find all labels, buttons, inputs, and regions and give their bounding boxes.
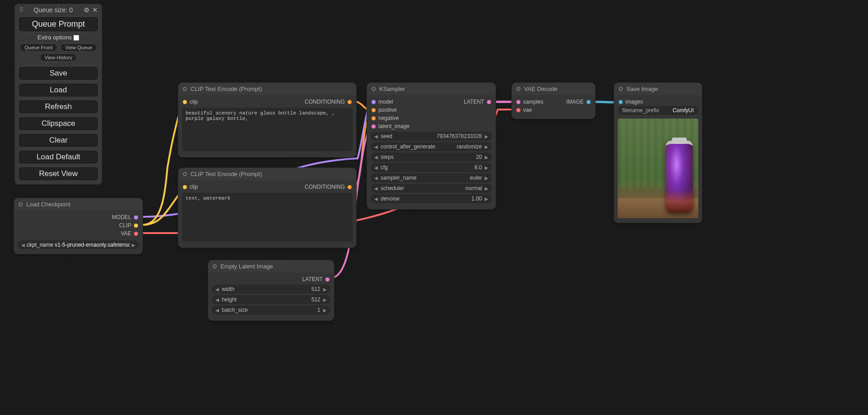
- ckpt-name-select[interactable]: ◀ ckpt_name v1-5-pruned-emaonly.safetens…: [18, 240, 139, 249]
- input-positive[interactable]: positive: [372, 107, 397, 113]
- collapse-icon[interactable]: [183, 87, 187, 91]
- output-latent[interactable]: LATENT: [302, 276, 329, 282]
- param-cfg[interactable]: ◀cfg8.0▶: [371, 163, 492, 172]
- param-steps[interactable]: ◀steps20▶: [371, 153, 492, 162]
- output-image[interactable]: IMAGE: [566, 99, 591, 105]
- node-title: KSampler: [379, 86, 405, 92]
- input-samples[interactable]: samples: [516, 99, 544, 105]
- node-title: Save Image: [626, 86, 658, 92]
- view-queue-button[interactable]: View Queue: [60, 43, 97, 52]
- collapse-icon[interactable]: [372, 87, 376, 91]
- node-header[interactable]: Save Image: [614, 83, 702, 95]
- param-width[interactable]: ◀width512▶: [212, 285, 330, 294]
- output-conditioning[interactable]: CONDITIONING: [305, 99, 352, 105]
- node-clip-negative[interactable]: CLIP Text Encode (Prompt) clip CONDITION…: [178, 167, 357, 248]
- node-title: CLIP Text Encode (Prompt): [191, 86, 262, 92]
- extra-options-label: Extra options: [38, 34, 72, 41]
- output-model[interactable]: MODEL: [112, 214, 138, 220]
- input-clip[interactable]: clip: [183, 184, 198, 190]
- reset-view-button[interactable]: Reset View: [18, 167, 99, 181]
- node-header[interactable]: CLIP Text Encode (Prompt): [178, 83, 356, 95]
- queue-size-label: Queue size: 0: [33, 6, 72, 14]
- collapse-icon[interactable]: [213, 264, 217, 268]
- history-row: View History: [18, 53, 99, 62]
- queue-prompt-button[interactable]: Queue Prompt: [18, 16, 99, 32]
- input-model[interactable]: model: [372, 99, 393, 105]
- param-height[interactable]: ◀height512▶: [212, 295, 330, 304]
- bottle-icon: [666, 140, 693, 213]
- node-ksampler[interactable]: KSampler model LATENT positive negative …: [367, 82, 496, 210]
- collapse-icon[interactable]: [183, 172, 187, 176]
- output-clip[interactable]: CLIP: [119, 222, 138, 229]
- node-header[interactable]: CLIP Text Encode (Prompt): [178, 168, 356, 180]
- load-default-button[interactable]: Load Default: [18, 150, 99, 164]
- clipspace-button[interactable]: Clipspace: [18, 116, 99, 131]
- save-button[interactable]: Save: [18, 66, 99, 81]
- output-vae[interactable]: VAE: [121, 230, 138, 237]
- param-batch-size[interactable]: ◀batch_size1▶: [212, 305, 330, 315]
- load-button[interactable]: Load: [18, 83, 99, 97]
- input-latent-image[interactable]: latent_image: [372, 123, 410, 129]
- input-vae[interactable]: vae: [516, 107, 532, 113]
- control-panel[interactable]: ⠿ Queue size: 0 ⚙ ✕ Queue Prompt Extra o…: [14, 4, 102, 185]
- node-load-checkpoint[interactable]: Load Checkpoint MODEL CLIP VAE ◀ ckpt_na…: [14, 198, 143, 254]
- param-control-after-generate[interactable]: ◀control_after_generaterandomize▶: [371, 142, 492, 151]
- node-header[interactable]: KSampler: [367, 83, 496, 95]
- node-header[interactable]: Empty Latent Image: [208, 260, 334, 272]
- param-denoise[interactable]: ◀denoise1.00▶: [371, 194, 492, 203]
- param-scheduler[interactable]: ◀schedulernormal▶: [371, 184, 492, 193]
- panel-header[interactable]: ⠿ Queue size: 0 ⚙ ✕: [18, 6, 99, 15]
- extra-options-checkbox[interactable]: [73, 35, 79, 41]
- clear-button[interactable]: Clear: [18, 133, 99, 148]
- param-seed[interactable]: ◀seed793476378233328▶: [371, 132, 492, 141]
- collapse-icon[interactable]: [516, 87, 520, 91]
- node-title: Load Checkpoint: [26, 201, 71, 208]
- node-title: Empty Latent Image: [220, 263, 273, 270]
- extra-options-row: Extra options: [18, 34, 99, 41]
- input-clip[interactable]: clip: [183, 99, 198, 105]
- node-vae-decode[interactable]: VAE Decode samples IMAGE vae: [511, 82, 596, 119]
- prompt-textarea[interactable]: [182, 108, 353, 151]
- input-negative[interactable]: negative: [372, 115, 399, 121]
- param-sampler-name[interactable]: ◀sampler_nameeuler▶: [371, 173, 492, 182]
- node-header[interactable]: Load Checkpoint: [14, 198, 143, 210]
- collapse-icon[interactable]: [619, 87, 623, 91]
- output-conditioning[interactable]: CONDITIONING: [305, 184, 352, 190]
- node-title: CLIP Text Encode (Prompt): [191, 171, 262, 177]
- output-latent[interactable]: LATENT: [464, 99, 491, 105]
- node-title: VAE Decode: [524, 86, 557, 92]
- input-images[interactable]: images: [619, 99, 643, 105]
- refresh-button[interactable]: Refresh: [18, 100, 99, 114]
- prompt-textarea[interactable]: [182, 193, 353, 242]
- queue-row: Queue Front View Queue: [18, 43, 99, 52]
- view-history-button[interactable]: View History: [40, 53, 77, 62]
- node-header[interactable]: VAE Decode: [512, 83, 595, 95]
- collapse-icon[interactable]: [19, 202, 23, 206]
- chevron-right-icon[interactable]: ▶: [132, 243, 135, 248]
- button-list: Save Load Refresh Clipspace Clear Load D…: [18, 66, 99, 181]
- filename-prefix-field[interactable]: filename_prefix ComfyUI: [618, 106, 698, 115]
- chevron-left-icon[interactable]: ◀: [21, 243, 25, 248]
- gear-icon[interactable]: ⚙: [84, 6, 90, 14]
- close-icon[interactable]: ✕: [92, 6, 98, 14]
- queue-front-button[interactable]: Queue Front: [19, 43, 57, 52]
- node-save-image[interactable]: Save Image images filename_prefix ComfyU…: [614, 82, 702, 223]
- output-image-preview[interactable]: [618, 119, 698, 218]
- node-empty-latent[interactable]: Empty Latent Image LATENT ◀width512▶ ◀he…: [208, 260, 334, 321]
- drag-handle-icon[interactable]: ⠿: [19, 6, 23, 14]
- node-clip-positive[interactable]: CLIP Text Encode (Prompt) clip CONDITION…: [178, 82, 357, 157]
